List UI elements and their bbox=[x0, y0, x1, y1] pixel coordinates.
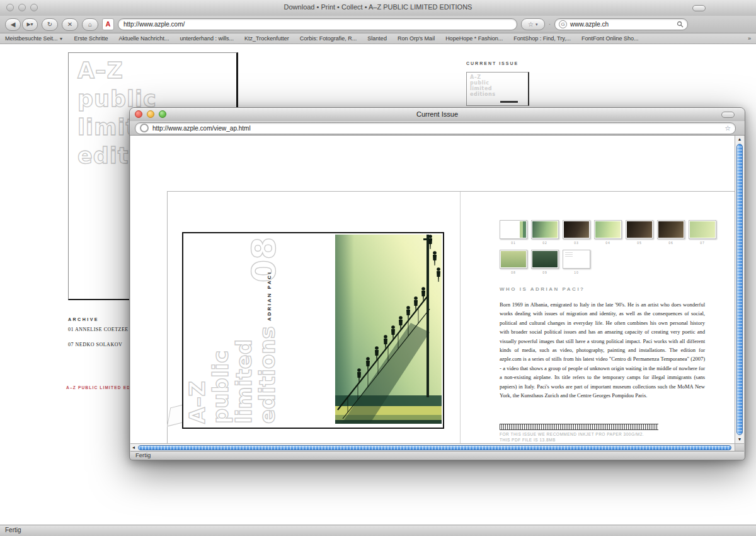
home-button[interactable]: ⌂ bbox=[82, 18, 98, 31]
address-bar[interactable]: http://www.azple.com/view_ap.html ☆ bbox=[135, 122, 736, 134]
horizontal-scrollbar-thumb[interactable] bbox=[138, 445, 731, 450]
forward-button[interactable]: ▶▾ bbox=[22, 18, 38, 31]
back-button[interactable]: ◀ bbox=[5, 18, 21, 31]
current-issue-window: Current Issue http://www.azple.com/view_… bbox=[129, 107, 745, 460]
still-thumbnail[interactable]: 09 bbox=[531, 250, 559, 274]
still-thumbnail[interactable]: 03 bbox=[563, 220, 590, 245]
browser-toolbar: ◀ ▶▾ ↻ ✕ ⌂ A http://www.azple.com/ ☆ ▾ bbox=[0, 16, 756, 33]
current-issue-thumbnail[interactable]: A–Z public limited editions bbox=[466, 72, 529, 106]
vertical-scrollbar-thumb[interactable] bbox=[736, 144, 743, 435]
status-text: Fertig bbox=[135, 452, 151, 458]
bookmark-item[interactable]: Erste Schritte bbox=[74, 35, 108, 42]
background-window-title: Download • Print • Collect • A–Z PUBLIC … bbox=[0, 3, 756, 11]
still-thumbnails-row-2: 08 09 10 bbox=[500, 250, 590, 274]
magazine-viewer: A–Z public limited editions 08 ADRIAN PA… bbox=[130, 136, 735, 443]
bookmark-item[interactable]: Slanted bbox=[367, 35, 387, 42]
bookmark-item[interactable]: Meistbesuchte Seit...▼ bbox=[5, 35, 63, 42]
toolbar-collapse-pill[interactable] bbox=[692, 5, 706, 11]
current-issue-titlebar[interactable]: Current Issue bbox=[130, 108, 745, 122]
vertical-scrollbar[interactable]: ▴ ▾ bbox=[735, 136, 744, 443]
search-engine-icon[interactable]: G bbox=[559, 20, 567, 28]
search-input[interactable]: G www.azple.ch bbox=[554, 18, 688, 30]
cover-artist-name: ADRIAN PACI bbox=[266, 271, 272, 321]
still-thumbnail[interactable]: 08 bbox=[500, 250, 527, 274]
background-window-titlebar[interactable]: Download • Print • Collect • A–Z PUBLIC … bbox=[0, 0, 756, 16]
bookmarks-overflow-chevron[interactable]: » bbox=[748, 35, 751, 42]
still-thumbnail[interactable]: 04 bbox=[594, 220, 622, 245]
still-thumbnails-row-1: 01 02 03 04 bbox=[500, 220, 716, 245]
bookmark-item[interactable]: FontFont Online Sho... bbox=[581, 35, 639, 42]
bookmark-item[interactable]: Corbis: Fotografie, R... bbox=[300, 35, 357, 42]
archive-item[interactable]: 07 NEDKO SOLAKOV bbox=[68, 342, 122, 347]
scroll-up-arrow[interactable]: ▴ bbox=[735, 136, 744, 143]
still-thumbnail[interactable]: 10 bbox=[563, 250, 590, 274]
search-input-text: www.azple.ch bbox=[570, 21, 673, 28]
article-heading: WHO IS ADRIAN PACI? bbox=[500, 286, 585, 292]
cover-photo-adrian-paci-stairs bbox=[335, 235, 442, 424]
current-issue-heading: CURRENT ISSUE bbox=[466, 61, 518, 66]
toolbar-separator: · bbox=[549, 21, 551, 28]
toolbar-collapse-pill[interactable] bbox=[721, 112, 735, 118]
page-seam bbox=[460, 192, 461, 443]
forward-icon: ▶▾ bbox=[26, 21, 33, 27]
bookmark-item[interactable]: Aktuelle Nachricht... bbox=[119, 35, 169, 42]
generic-favicon bbox=[140, 124, 149, 132]
scroll-down-arrow[interactable]: ▾ bbox=[735, 436, 744, 443]
still-thumbnail[interactable]: 07 bbox=[689, 220, 716, 245]
background-status-bar: Fertig bbox=[0, 525, 756, 536]
current-issue-urlbar: http://www.azple.com/view_ap.html ☆ bbox=[130, 121, 745, 136]
article-body: Born 1969 in Albania, emigrated to Italy… bbox=[500, 300, 705, 400]
still-thumbnail[interactable]: 05 bbox=[626, 220, 653, 245]
thumbnail-caption-bar bbox=[500, 101, 518, 103]
current-issue-status-bar: Fertig bbox=[130, 451, 744, 459]
bookmark-star-icon: ☆ bbox=[528, 21, 534, 28]
cover-issue-number: 08 bbox=[245, 237, 283, 283]
paper-recommendation-note: FOR THIS ISSUE WE RECOMMEND INKJET PRO P… bbox=[500, 432, 644, 436]
address-bar-text: http://www.azple.com/ bbox=[123, 21, 185, 28]
stop-button[interactable]: ✕ bbox=[62, 18, 78, 31]
search-icon bbox=[677, 21, 684, 28]
still-thumbnail[interactable]: 06 bbox=[657, 220, 685, 245]
bookmark-item[interactable]: unterderhand : wills... bbox=[180, 35, 234, 42]
address-bar[interactable]: http://www.azple.com/ bbox=[118, 18, 517, 30]
stop-icon: ✕ bbox=[67, 21, 72, 28]
bookmark-button[interactable]: ☆ ▾ bbox=[521, 18, 545, 30]
chevron-down-icon: ▾ bbox=[536, 22, 538, 27]
reload-icon: ↻ bbox=[47, 21, 52, 28]
address-bar-text: http://www.azple.com/view_ap.html bbox=[152, 125, 251, 132]
status-text: Fertig bbox=[5, 527, 21, 533]
barcode-graphic bbox=[500, 424, 658, 430]
issue-cover[interactable]: A–Z public limited editions 08 ADRIAN PA… bbox=[182, 232, 444, 429]
magazine-spread: A–Z public limited editions 08 ADRIAN PA… bbox=[167, 191, 735, 443]
bookmark-item[interactable]: Ktz_Trockenfutter bbox=[244, 35, 289, 42]
scroll-left-arrow[interactable]: ◂ bbox=[132, 445, 135, 450]
back-icon: ◀ bbox=[11, 21, 16, 28]
site-favicon: A bbox=[102, 18, 114, 30]
site-logo-line: A–Z bbox=[77, 57, 236, 85]
reload-button[interactable]: ↻ bbox=[42, 18, 58, 31]
home-icon: ⌂ bbox=[88, 21, 92, 28]
bookmark-item[interactable]: FontShop : Find, Try,... bbox=[513, 35, 571, 42]
still-thumbnail[interactable]: 02 bbox=[531, 220, 559, 245]
archive-item[interactable]: 01 ANNELISE COETZEE bbox=[68, 327, 129, 332]
pdf-filesize-note: THIS PDF FILE IS 13.8MB bbox=[500, 438, 556, 442]
bookmark-star-icon[interactable]: ☆ bbox=[724, 124, 731, 132]
chevron-down-icon: ▼ bbox=[59, 37, 64, 41]
bookmarks-bar: Meistbesuchte Seit...▼ Erste Schritte Ak… bbox=[0, 33, 756, 44]
current-issue-window-title: Current Issue bbox=[130, 110, 745, 118]
still-thumbnail[interactable]: 01 bbox=[500, 220, 527, 245]
bookmark-item[interactable]: HopeHope * Fashion... bbox=[445, 35, 503, 42]
desktop: Download • Print • Collect • A–Z PUBLIC … bbox=[0, 0, 756, 536]
archive-heading: ARCHIVE bbox=[68, 317, 99, 322]
bookmark-item[interactable]: Ron Orp's Mail bbox=[398, 35, 435, 42]
